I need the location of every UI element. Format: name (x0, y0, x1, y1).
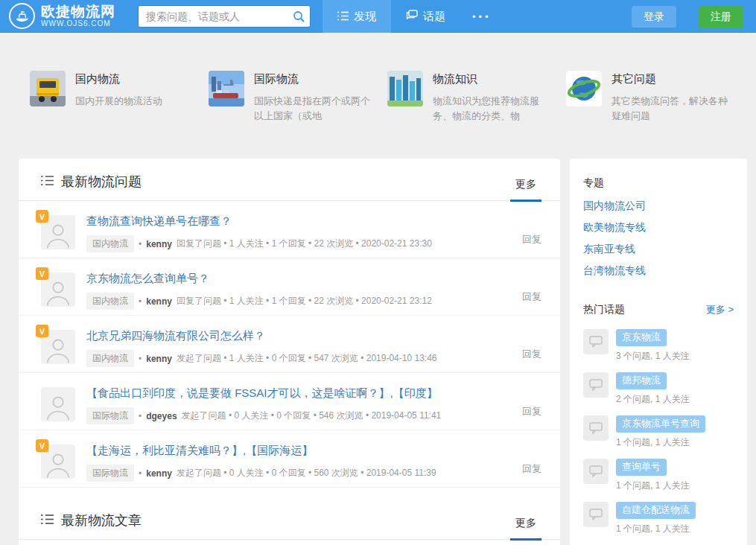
questions-panel: 最新物流问题 更多 V 查物流查询快递单号在哪查？ 国内物流 • kenny 回… (19, 159, 560, 545)
auth-buttons: 登录 注册 (632, 6, 743, 28)
question-meta: 发起了问题 • 0 人关注 • 0 个回复 • 546 次浏览 • 2019-0… (182, 409, 442, 422)
globe-image (566, 71, 602, 106)
question-user-link[interactable]: kenny (146, 354, 172, 364)
articles-section-title: 最新物流文章 (61, 511, 142, 529)
question-meta: 回复了问题 • 1 人关注 • 1 个回复 • 22 次浏览 • 2020-02… (177, 238, 432, 250)
question-user-link[interactable]: kenny (146, 296, 172, 307)
topic-bubble-icon (583, 415, 609, 441)
brand-logo[interactable]: 欧捷物流网 WWW.OJS6.COM (0, 3, 133, 29)
search-input[interactable] (139, 10, 288, 22)
hot-topic-item: 京东物流单号查询 1 个问题, 1 人关注 (583, 415, 734, 449)
category-row: 国内物流 国内开展的物流活动 国际物流 国际快递是指在两个或两个以上国家（或地 (0, 33, 756, 159)
question-item: V 北京兄弟四海物流有限公司怎么样？ 国内物流 • kenny 发起了问题 • … (19, 316, 560, 373)
question-title-link[interactable]: 【走海运，利比亚清关难吗？】,【国际海运】 (86, 444, 313, 458)
topic-bubble-icon (583, 329, 609, 354)
hot-topic-item: 德邦物流 2 个问题, 1 人关注 (583, 372, 734, 406)
special-topics-title: 专题 (583, 159, 734, 190)
category-title: 物流知识 (433, 72, 558, 86)
articles-more-link[interactable]: 更多 (510, 517, 541, 541)
user-avatar[interactable]: V (41, 215, 75, 249)
user-avatar[interactable]: V (41, 272, 75, 307)
sidebar-link-eu-us-lines[interactable]: 欧美物流专线 (583, 222, 734, 233)
hot-topic-chip[interactable]: 查询单号 (616, 459, 667, 476)
hot-topics-title: 热门话题 (583, 303, 625, 316)
login-button[interactable]: 登录 (632, 6, 676, 28)
articles-section-header: 最新物流文章 更多 (19, 497, 560, 540)
sidebar-link-domestic-companies[interactable]: 国内物流公司 (583, 200, 734, 211)
nav-more-dots[interactable]: ••• (460, 0, 504, 33)
hot-topic-chip[interactable]: 德邦物流 (616, 372, 667, 389)
question-item: 【食品出口到印度，说是要做 FSSAI才可以，这是啥证啊？】,【印度】 国际物流… (19, 373, 560, 430)
list-icon (41, 174, 54, 190)
nav-topics[interactable]: 话题 (391, 0, 460, 33)
category-title: 国际物流 (254, 72, 379, 86)
verified-badge-icon: V (36, 325, 48, 337)
question-title-link[interactable]: 京东物流怎么查询单号？ (86, 272, 209, 286)
verified-badge-icon: V (36, 439, 48, 452)
topics-bubble-icon (406, 10, 418, 23)
sidebar-link-taiwan-lines[interactable]: 台湾物流专线 (583, 265, 734, 276)
question-user-link[interactable]: kenny (146, 468, 172, 479)
question-title-link[interactable]: 北京兄弟四海物流有限公司怎么样？ (86, 329, 265, 343)
nav-discover[interactable]: 发现 (323, 0, 391, 33)
question-item: V 【走海运，利比亚清关难吗？】,【国际海运】 国际物流 • kenny 发起了… (19, 430, 560, 488)
hot-topic-stats: 3 个问题, 1 人关注 (616, 350, 690, 363)
verified-badge-icon: V (36, 210, 48, 223)
hot-topic-chip[interactable]: 自建仓配送物流 (616, 502, 696, 519)
category-desc: 国内开展的物流活动 (75, 94, 200, 109)
sidebar-link-sea-lines[interactable]: 东南亚专线 (583, 243, 734, 255)
question-meta: 发起了问题 • 1 人关注 • 0 个回复 • 547 次浏览 • 2019-0… (177, 352, 437, 365)
verified-badge-icon: V (36, 267, 48, 280)
question-tag[interactable]: 国内物流 (86, 293, 134, 310)
category-title: 其它问题 (612, 72, 737, 86)
question-item: V 查物流查询快递单号在哪查？ 国内物流 • kenny 回复了问题 • 1 人… (19, 201, 560, 258)
user-avatar[interactable]: V (41, 444, 75, 479)
port-image (209, 71, 244, 106)
warehouse-image (387, 71, 423, 106)
search-icon[interactable] (288, 6, 310, 27)
bullet-separator: • (139, 354, 142, 364)
sidebar: 专题 国内物流公司 欧美物流专线 东南亚专线 台湾物流专线 热门话题 更多 > … (570, 159, 747, 545)
question-tag[interactable]: 国内物流 (86, 350, 134, 367)
register-button[interactable]: 注册 (699, 6, 743, 28)
question-user-link[interactable]: dgeyes (146, 411, 177, 421)
question-user-link[interactable]: kenny (146, 239, 172, 249)
category-desc: 物流知识为您推荐物流服务、物流的分类、物 (433, 94, 558, 124)
ship-logo-icon (9, 3, 35, 29)
hot-topic-chip[interactable]: 京东物流单号查询 (616, 415, 705, 433)
user-avatar[interactable]: V (41, 330, 75, 364)
bullet-separator: • (139, 411, 142, 421)
questions-more-link[interactable]: 更多 (510, 178, 541, 202)
question-tag[interactable]: 国内物流 (86, 235, 134, 252)
questions-section-header: 最新物流问题 更多 (19, 159, 560, 201)
nav-topics-label: 话题 (423, 10, 445, 24)
questions-section-title: 最新物流问题 (61, 173, 142, 191)
reply-link[interactable]: 回复 (522, 405, 541, 418)
hot-topic-item: 查询单号 1 个问题, 1 人关注 (583, 459, 734, 492)
bullet-separator: • (139, 296, 142, 307)
category-card-domestic[interactable]: 国内物流 国内开展的物流活动 (30, 71, 209, 159)
site-title: 欧捷物流网 (41, 4, 115, 19)
reply-link[interactable]: 回复 (522, 233, 541, 246)
topic-bubble-icon (583, 502, 609, 527)
question-title-link[interactable]: 【食品出口到印度，说是要做 FSSAI才可以，这是啥证啊？】,【印度】 (86, 386, 438, 401)
question-meta: 发起了问题 • 0 人关注 • 0 个回复 • 560 次浏览 • 2019-0… (177, 467, 436, 479)
reply-link[interactable]: 回复 (522, 348, 541, 361)
hot-topic-item: 自建仓配送物流 1 个问题, 1 人关注 (583, 502, 734, 535)
user-avatar[interactable] (41, 387, 75, 421)
reply-link[interactable]: 回复 (522, 290, 541, 304)
category-card-international[interactable]: 国际物流 国际快递是指在两个或两个以上国家（或地 (209, 71, 387, 159)
hot-topics-more-link[interactable]: 更多 > (706, 303, 734, 316)
category-card-knowledge[interactable]: 物流知识 物流知识为您推荐物流服务、物流的分类、物 (387, 71, 566, 159)
question-title-link[interactable]: 查物流查询快递单号在哪查？ (86, 214, 232, 229)
hot-topic-stats: 1 个问题, 1 人关注 (616, 436, 705, 449)
category-card-other[interactable]: 其它问题 其它类物流问答，解决各种疑难问题 (566, 71, 745, 159)
site-domain: WWW.OJS6.COM (41, 19, 115, 28)
question-tag[interactable]: 国际物流 (86, 407, 134, 424)
hot-topic-chip[interactable]: 京东物流 (616, 329, 667, 346)
hot-topic-stats: 1 个问题, 1 人关注 (616, 523, 696, 535)
bullet-separator: • (139, 468, 142, 479)
search-box (138, 5, 311, 28)
question-tag[interactable]: 国际物流 (86, 465, 134, 482)
reply-link[interactable]: 回复 (522, 462, 541, 476)
